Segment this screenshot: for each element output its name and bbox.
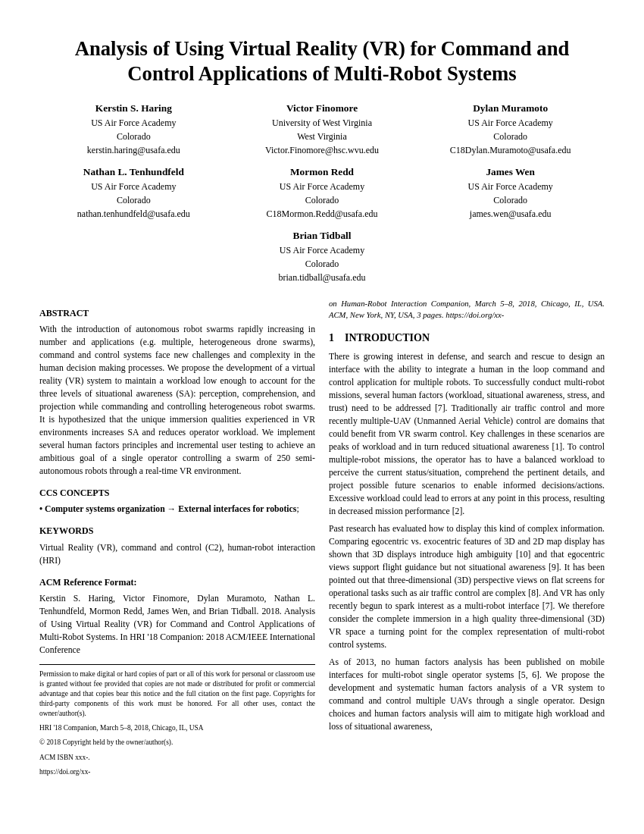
- ccs-rest: External interfaces for robotics: [178, 504, 296, 514]
- author-aff1-finomore: University of West Virginia: [228, 116, 417, 130]
- author-name-finomore: Victor Finomore: [228, 101, 417, 116]
- ccs-line: • Computer systems organization → Extern…: [39, 503, 315, 516]
- keywords-heading: KEYWORDS: [39, 525, 315, 538]
- acm-ref-heading: ACM Reference Format:: [39, 576, 315, 589]
- intro-para-2: Past research has evaluated how to displ…: [329, 522, 605, 651]
- author-aff2-tenhundfeld: Colorado: [39, 193, 228, 207]
- authors-row2: Nathan L. Tenhundfeld US Air Force Acade…: [39, 165, 605, 221]
- author-email-finomore: Victor.Finomore@hsc.wvu.edu: [228, 143, 417, 157]
- author-haring: Kerstin S. Haring US Air Force Academy C…: [39, 101, 228, 157]
- author-aff1-redd: US Air Force Academy: [228, 180, 417, 193]
- footnote: Permission to make digital or hard copie…: [39, 664, 315, 776]
- author-muramoto: Dylan Muramoto US Air Force Academy Colo…: [416, 101, 605, 157]
- right-info: on Human-Robot Interaction Companion, Ma…: [329, 298, 605, 321]
- author-aff1-tenhundfeld: US Air Force Academy: [39, 180, 228, 193]
- author-finomore: Victor Finomore University of West Virgi…: [228, 101, 417, 157]
- author-email-tenhundfeld: nathan.tenhundfeld@usafa.edu: [39, 207, 228, 221]
- author-redd: Mormon Redd US Air Force Academy Colorad…: [228, 165, 417, 221]
- acm-ref-body: Kerstin S. Haring, Victor Finomore, Dyla…: [39, 592, 315, 657]
- author-aff2-wen: Colorado: [416, 193, 605, 207]
- author-wen: James Wen US Air Force Academy Colorado …: [416, 165, 605, 221]
- author-name-tidball: Brian Tidball: [39, 228, 605, 243]
- intro-heading: 1 INTRODUCTION: [329, 331, 605, 346]
- footnote-line5: https://doi.org/xx-: [39, 767, 315, 777]
- ccs-semi: ;: [296, 504, 299, 514]
- author-aff2-finomore: West Virginia: [228, 130, 417, 143]
- intro-number: 1: [329, 332, 334, 343]
- left-column: ABSTRACT With the introduction of autono…: [39, 298, 315, 782]
- author-aff2-redd: Colorado: [228, 193, 417, 207]
- ccs-bold: • Computer systems organization: [39, 504, 165, 514]
- authors-row1: Kerstin S. Haring US Air Force Academy C…: [39, 101, 605, 157]
- author-email-redd: C18Mormon.Redd@usafa.edu: [228, 207, 417, 221]
- intro-para-3: As of 2013, no human factors analysis ha…: [329, 656, 605, 733]
- author-email-tidball: brian.tidball@usafa.edu: [39, 271, 605, 284]
- author-aff2-tidball: Colorado: [39, 257, 605, 271]
- author-aff1-tidball: US Air Force Academy: [39, 243, 605, 257]
- author-name-haring: Kerstin S. Haring: [39, 101, 228, 116]
- right-column: on Human-Robot Interaction Companion, Ma…: [329, 298, 605, 782]
- abstract-body: With the introduction of autonomous robo…: [39, 323, 315, 478]
- author-aff2-muramoto: Colorado: [416, 130, 605, 143]
- intro-heading-text: [337, 332, 342, 343]
- intro-para-1: There is growing interest in defense, an…: [329, 350, 605, 518]
- author-name-wen: James Wen: [416, 165, 605, 180]
- author-name-tenhundfeld: Nathan L. Tenhundfeld: [39, 165, 228, 180]
- author-aff1-wen: US Air Force Academy: [416, 180, 605, 193]
- paper-title: Analysis of Using Virtual Reality (VR) f…: [39, 36, 605, 87]
- keywords-body: Virtual Reality (VR), command and contro…: [39, 541, 315, 567]
- author-tenhundfeld: Nathan L. Tenhundfeld US Air Force Acade…: [39, 165, 228, 221]
- author-name-redd: Mormon Redd: [228, 165, 417, 180]
- ccs-heading: CCS CONCEPTS: [39, 487, 315, 500]
- footnote-line2: HRI '18 Companion, March 5–8, 2018, Chic…: [39, 723, 315, 733]
- author-name-muramoto: Dylan Muramoto: [416, 101, 605, 116]
- footnote-line3: © 2018 Copyright held by the owner/autho…: [39, 738, 315, 748]
- title-section: Analysis of Using Virtual Reality (VR) f…: [39, 36, 605, 284]
- footnote-line1: Permission to make digital or hard copie…: [39, 669, 315, 719]
- author-aff1-haring: US Air Force Academy: [39, 116, 228, 130]
- author-aff1-muramoto: US Air Force Academy: [416, 116, 605, 130]
- authors-row3: Brian Tidball US Air Force Academy Color…: [39, 228, 605, 284]
- author-email-wen: james.wen@usafa.edu: [416, 207, 605, 221]
- footnote-line4: ACM ISBN xxx-.: [39, 753, 315, 763]
- author-email-haring: kerstin.haring@usafa.edu: [39, 143, 228, 157]
- author-aff2-haring: Colorado: [39, 130, 228, 143]
- intro-heading-label: INTRODUCTION: [345, 332, 430, 343]
- two-col-layout: ABSTRACT With the introduction of autono…: [39, 298, 605, 782]
- abstract-heading: ABSTRACT: [39, 307, 315, 320]
- ccs-arrow: →: [167, 504, 179, 514]
- author-tidball: Brian Tidball US Air Force Academy Color…: [39, 228, 605, 284]
- author-email-muramoto: C18Dylan.Muramoto@usafa.edu: [416, 143, 605, 157]
